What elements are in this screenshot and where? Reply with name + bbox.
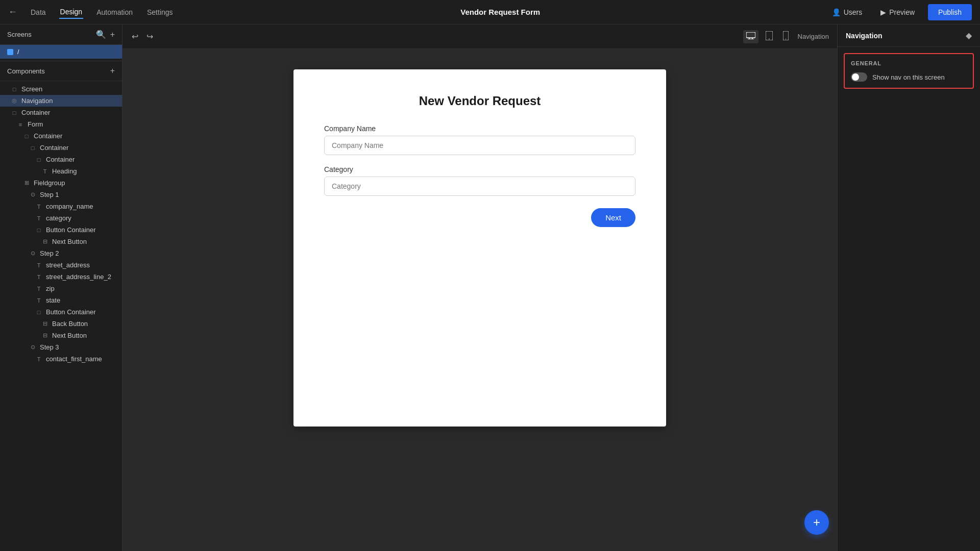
tree-item[interactable]: ⊟Next Button: [0, 236, 122, 247]
tree-item-icon: T: [35, 356, 43, 362]
tree-item[interactable]: ⊙Step 2: [0, 247, 122, 259]
users-icon: 👤: [832, 8, 841, 16]
tree-item[interactable]: Tstreet_address_line_2: [0, 271, 122, 283]
tree-item[interactable]: □Container: [0, 107, 122, 118]
nav-general-section: GENERAL Show nav on this screen: [844, 53, 974, 89]
tree-item-label: company_name: [46, 203, 115, 210]
back-button[interactable]: ←: [8, 7, 17, 17]
tree-item-label: Heading: [52, 167, 115, 175]
tree-item-label: category: [46, 214, 115, 222]
tree-item-icon: T: [35, 262, 43, 268]
tree-item-label: Container: [46, 156, 115, 163]
tree-item[interactable]: □Container: [0, 130, 122, 142]
users-button[interactable]: 👤 Users: [827, 5, 868, 19]
desktop-view-button[interactable]: [743, 30, 758, 43]
mobile-view-button[interactable]: [780, 29, 792, 44]
tree-item[interactable]: THeading: [0, 165, 122, 177]
tree-item-icon: T: [35, 297, 43, 304]
tree-item-icon: ◎: [10, 97, 18, 104]
tree-item[interactable]: ⊞Fieldgroup: [0, 177, 122, 189]
tree-item-icon: ⊟: [41, 238, 49, 245]
screens-header: Screens 🔍 +: [0, 24, 122, 45]
tree-item-icon: ⊙: [29, 191, 37, 198]
tree-item-label: state: [46, 296, 115, 304]
tab-settings[interactable]: Settings: [146, 6, 174, 18]
tree-item[interactable]: ◎Navigation: [0, 95, 122, 107]
tree-item[interactable]: □Screen: [0, 83, 122, 95]
navigation-icon: ◆: [966, 31, 972, 40]
tree-item-icon: T: [41, 168, 49, 174]
svg-point-7: [785, 38, 786, 39]
tree-item-label: Step 1: [40, 191, 115, 198]
tree-item[interactable]: ⊙Step 1: [0, 189, 122, 201]
tree-item-icon: ⊙: [29, 250, 37, 257]
components-title: Components: [7, 67, 45, 75]
component-tree: □Screen◎Navigation□Container≡Form□Contai…: [0, 81, 122, 551]
undo-button[interactable]: ↩: [131, 31, 139, 42]
tree-item-icon: □: [35, 227, 43, 233]
company-name-input[interactable]: [324, 136, 635, 155]
tree-item[interactable]: ⊟Next Button: [0, 330, 122, 341]
tree-item-icon: ⊙: [29, 344, 37, 350]
tree-item-label: Screen: [21, 85, 115, 93]
canvas-area: ↩ ↪ Navigation New Vendor Request: [122, 24, 837, 551]
screens-actions: 🔍 +: [96, 30, 115, 39]
tree-item[interactable]: Tstreet_address: [0, 259, 122, 271]
tree-item[interactable]: ≡Form: [0, 118, 122, 130]
tree-item-icon: ⊞: [22, 180, 31, 186]
right-panel-title: Navigation: [846, 32, 883, 40]
screen-item-root[interactable]: /: [0, 45, 122, 59]
tree-item-icon: T: [35, 215, 43, 221]
show-nav-toggle[interactable]: [851, 72, 867, 82]
form-next-row: Next: [324, 208, 635, 227]
tree-item-label: contact_first_name: [46, 355, 115, 363]
tree-item-icon: T: [35, 286, 43, 292]
tree-item-label: Container: [40, 144, 115, 152]
tree-item[interactable]: □Button Container: [0, 306, 122, 318]
search-screens-button[interactable]: 🔍: [96, 30, 106, 39]
preview-button[interactable]: ▶ Preview: [875, 5, 920, 19]
add-component-button[interactable]: +: [110, 66, 115, 76]
fab-add-button[interactable]: +: [804, 510, 829, 535]
tree-item[interactable]: Tstate: [0, 294, 122, 306]
add-screen-button[interactable]: +: [110, 30, 115, 39]
category-input[interactable]: [324, 177, 635, 196]
preview-label: Preview: [889, 8, 915, 16]
tree-item[interactable]: ⊟Back Button: [0, 318, 122, 330]
tree-item[interactable]: Tcompany_name: [0, 201, 122, 212]
tree-item-label: Next Button: [52, 238, 115, 245]
app-title: Vendor Request Form: [186, 8, 815, 16]
tree-item[interactable]: Tzip: [0, 283, 122, 294]
tab-automation[interactable]: Automation: [95, 6, 134, 18]
canvas-toolbar-left: ↩ ↪: [131, 31, 154, 42]
navigation-label: Navigation: [798, 33, 829, 40]
tree-item[interactable]: □Container: [0, 142, 122, 154]
tree-item[interactable]: ⊙Step 3: [0, 341, 122, 353]
tree-item-label: Fieldgroup: [34, 179, 115, 187]
tab-design[interactable]: Design: [59, 6, 84, 19]
tree-item[interactable]: □Container: [0, 154, 122, 165]
topbar-left: ← Data Design Automation Settings: [8, 6, 174, 19]
tree-item[interactable]: Tcontact_first_name: [0, 353, 122, 365]
topbar: ← Data Design Automation Settings Vendor…: [0, 0, 980, 24]
tablet-view-button[interactable]: [763, 29, 776, 44]
next-button[interactable]: Next: [591, 208, 635, 227]
tab-data[interactable]: Data: [30, 6, 47, 18]
category-label: Category: [324, 165, 635, 173]
general-label: GENERAL: [851, 60, 967, 66]
tree-item-label: Button Container: [46, 308, 115, 316]
company-name-field: Company Name: [324, 124, 635, 155]
tree-item[interactable]: □Button Container: [0, 224, 122, 236]
tree-item-label: Form: [28, 120, 115, 128]
tree-item-label: Back Button: [52, 320, 115, 328]
tree-item-icon: T: [35, 274, 43, 280]
publish-button[interactable]: Publish: [928, 4, 972, 20]
redo-button[interactable]: ↪: [145, 31, 154, 42]
canvas-toolbar-right: Navigation: [743, 29, 829, 44]
components-header: Components +: [0, 61, 122, 81]
show-nav-label: Show nav on this screen: [872, 73, 945, 81]
tree-item[interactable]: Tcategory: [0, 212, 122, 224]
tree-item-icon: ≡: [16, 121, 24, 128]
right-panel-nav: Navigation ◆: [838, 24, 980, 47]
tree-item-label: Container: [21, 109, 115, 116]
